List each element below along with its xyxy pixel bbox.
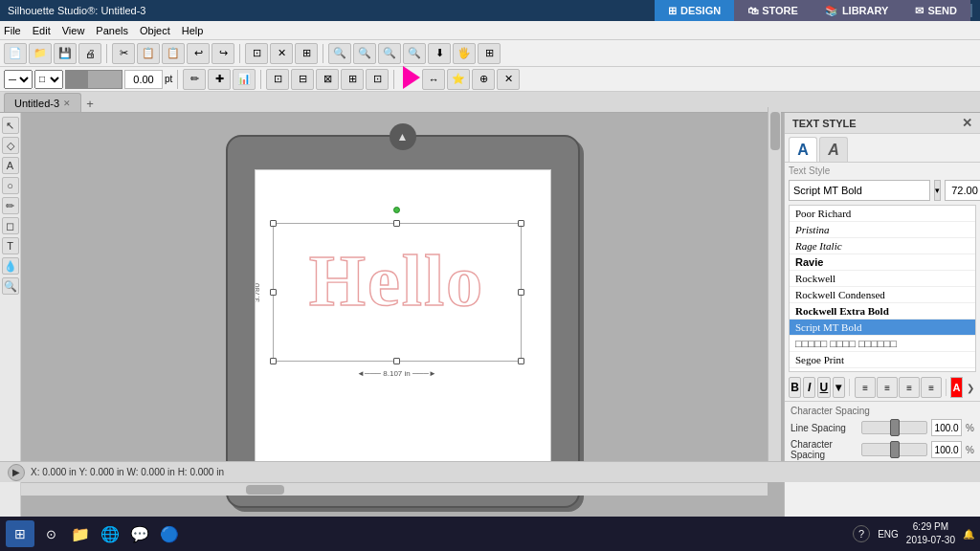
grid-button[interactable]: ⊞ <box>478 43 501 64</box>
line-spacing-slider[interactable] <box>861 421 927 434</box>
font-list[interactable]: Poor Richard Pristina Rage Italic Ravie … <box>789 205 976 372</box>
artboard[interactable]: ▲ <box>226 135 580 508</box>
select-button[interactable]: ⊡ <box>245 43 268 64</box>
tab-untitled3[interactable]: Untitled-3 ✕ <box>4 93 81 112</box>
new-button[interactable]: 📄 <box>4 43 27 64</box>
nav-tab-design[interactable]: ⊞ DESIGN <box>655 0 734 21</box>
node-tool[interactable]: ◇ <box>2 137 19 154</box>
text-tool[interactable]: A <box>2 157 19 174</box>
menu-help[interactable]: Help <box>182 25 204 36</box>
font-dropdown-button[interactable]: ▾ <box>934 180 941 201</box>
panel-tab-solid-a[interactable]: A <box>789 137 817 162</box>
vertical-scrollbar[interactable] <box>768 107 781 482</box>
font-item-ravie[interactable]: Ravie <box>790 254 975 271</box>
taskbar-search[interactable]: ⊙ <box>37 520 64 547</box>
star-btn[interactable]: ⭐ <box>447 69 470 90</box>
underline-button[interactable]: U <box>817 377 830 398</box>
pen-tool-btn[interactable]: ✏ <box>183 69 206 90</box>
nav-tab-store[interactable]: 🛍 STORE <box>734 0 812 21</box>
fill-tool[interactable]: T <box>2 237 19 254</box>
bold-button[interactable]: B <box>789 377 801 398</box>
menu-file[interactable]: File <box>4 25 21 36</box>
zoom-fit-button[interactable]: 🔍 <box>378 43 401 64</box>
font-item-rockwell[interactable]: Rockwell <box>790 271 975 287</box>
pan-button[interactable]: 🖐 <box>453 43 476 64</box>
tab-close-icon[interactable]: ✕ <box>63 99 71 108</box>
font-item-script-mt-bold[interactable]: Script MT Bold <box>790 320 975 336</box>
menu-view[interactable]: View <box>62 25 85 36</box>
font-item-poor-richard[interactable]: Poor Richard <box>790 206 975 222</box>
menu-panels[interactable]: Panels <box>96 25 128 36</box>
save-button[interactable]: 💾 <box>54 43 77 64</box>
cut-button[interactable]: ✂ <box>112 43 135 64</box>
font-name-input[interactable] <box>789 180 930 201</box>
menu-object[interactable]: Object <box>140 25 170 36</box>
play-button[interactable]: ▶ <box>8 464 25 481</box>
handle-top-right[interactable] <box>518 220 524 227</box>
eyedropper-tool[interactable]: 💧 <box>2 257 19 275</box>
align-right-text[interactable]: ≡ <box>899 377 920 398</box>
line-cap-select[interactable]: □ <box>34 70 63 89</box>
align-left-btn[interactable]: ⊡ <box>266 69 289 90</box>
tray-help[interactable]: ? <box>853 525 870 542</box>
align-left-text[interactable]: ≡ <box>855 377 876 398</box>
align-middle-btn[interactable]: ⊡ <box>366 69 389 90</box>
align-center-btn[interactable]: ⊟ <box>291 69 314 90</box>
add-point-btn[interactable]: ✚ <box>208 69 231 90</box>
align-right-btn[interactable]: ⊠ <box>316 69 339 90</box>
text-color-swatch[interactable]: A <box>950 377 963 398</box>
handle-top-center[interactable] <box>393 220 400 227</box>
tab-add-button[interactable]: + <box>81 95 99 112</box>
handle-middle-right[interactable] <box>518 289 524 296</box>
select-tool[interactable]: ↖ <box>2 117 19 134</box>
open-button[interactable]: 📁 <box>29 43 52 64</box>
font-item-pristina[interactable]: Pristina <box>790 222 975 238</box>
handle-bottom-left[interactable] <box>270 358 277 364</box>
char-spacing-slider[interactable] <box>861 443 927 456</box>
rotate-handle[interactable] <box>393 207 400 213</box>
panel-tab-outline-a[interactable]: A <box>819 137 848 162</box>
font-item-rockwell-condensed[interactable]: Rockwell Condensed <box>790 287 975 303</box>
panel-close-button[interactable]: ✕ <box>962 116 972 130</box>
scroll-v-thumb[interactable] <box>770 112 780 150</box>
line-width-input[interactable] <box>124 70 163 89</box>
connect-btn[interactable]: ⊕ <box>472 69 495 90</box>
handle-top-left[interactable] <box>270 220 277 227</box>
align-justify-text[interactable]: ≡ <box>921 377 942 398</box>
paste-button[interactable]: 📋 <box>162 43 185 64</box>
print-button[interactable]: 🖨 <box>78 43 101 64</box>
more-button[interactable]: ❯ <box>965 381 976 395</box>
handle-bottom-right[interactable] <box>518 358 524 364</box>
move-button[interactable]: ⬇ <box>428 43 451 64</box>
line-spacing-thumb[interactable] <box>890 419 900 436</box>
taskbar-chrome[interactable]: 🌐 <box>97 520 123 547</box>
taskbar-silhouette[interactable]: 🔵 <box>156 520 183 547</box>
artboard-paper[interactable]: 3.780 ◄─── 8.107 in ───► Hello <box>255 169 551 485</box>
taskbar-file-explorer[interactable]: 📁 <box>67 520 94 547</box>
align-center-text[interactable]: ≡ <box>877 377 898 398</box>
copy-button[interactable]: 📋 <box>137 43 160 64</box>
font-size-input[interactable] <box>945 180 980 201</box>
redo-button[interactable]: ↪ <box>212 43 234 64</box>
scroll-h-thumb[interactable] <box>246 485 284 495</box>
align-top-btn[interactable]: ⊞ <box>341 69 364 90</box>
zoom-tool[interactable]: 🔍 <box>2 277 19 295</box>
chart-btn[interactable]: 📊 <box>233 69 256 90</box>
char-spacing-thumb[interactable] <box>890 441 900 458</box>
menu-edit[interactable]: Edit <box>33 25 51 36</box>
delete-button[interactable]: ✕ <box>270 43 293 64</box>
flip-btn[interactable]: ↔ <box>422 69 445 90</box>
artboard-top-button[interactable]: ▲ <box>390 123 416 150</box>
nav-tab-library[interactable]: 📚 LIBRARY <box>812 0 902 21</box>
tray-language[interactable]: ENG <box>878 529 899 540</box>
shape-tool[interactable]: ○ <box>2 177 19 194</box>
font-item-segoe-print[interactable]: Segoe Print <box>790 352 975 368</box>
undo-button[interactable]: ↩ <box>187 43 210 64</box>
zoom-in-button[interactable]: 🔍 <box>353 43 376 64</box>
start-button[interactable]: ⊞ <box>6 520 34 547</box>
zoom-out-button[interactable]: 🔍 <box>328 43 351 64</box>
eraser-tool[interactable]: ◻ <box>2 217 19 234</box>
font-item-rockwell-extra-bold[interactable]: Rockwell Extra Bold <box>790 303 975 320</box>
italic-button[interactable]: I <box>803 377 815 398</box>
pen-draw-tool[interactable]: ✏ <box>2 197 19 214</box>
